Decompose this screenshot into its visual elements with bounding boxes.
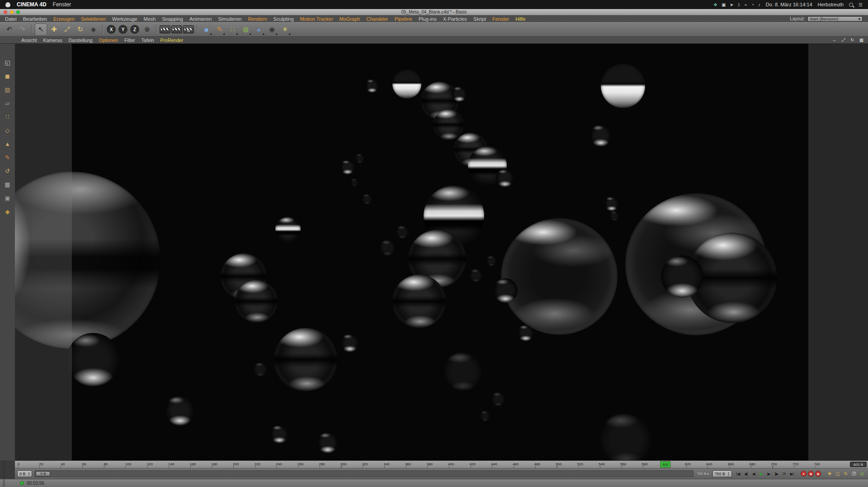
bluetooth-icon[interactable]: ᛒ (738, 2, 741, 7)
close-button[interactable] (4, 10, 7, 14)
menu-mesh[interactable]: Mesh (140, 16, 159, 22)
snapping-icon[interactable]: ◆ (3, 206, 13, 216)
snap-lock-icon[interactable]: ▣ (3, 193, 13, 203)
workplane-mode-icon[interactable]: ▱ (3, 98, 13, 108)
next-frame-button[interactable]: ▶ (765, 470, 773, 478)
render-view-button[interactable] (160, 25, 170, 33)
redo-icon[interactable]: ↷ (16, 23, 28, 36)
menu-werkzeuge[interactable]: Werkzeuge (109, 16, 140, 22)
live-selection-tool[interactable]: ↖ (35, 23, 47, 36)
time-machine-icon[interactable]: ◔ (751, 2, 754, 7)
notification-center-icon[interactable]: ☰ (859, 2, 863, 7)
menu-datei[interactable]: Datei (2, 16, 20, 22)
previous-key-button[interactable]: ◀| (742, 470, 750, 478)
record-keyframe-button[interactable]: ● (801, 471, 807, 477)
frame-start-field[interactable]: 0 B ▲▼ (17, 470, 32, 477)
pan-view-icon[interactable]: ⇔ (831, 37, 837, 43)
record-pla-toggle[interactable]: ◎ (859, 470, 866, 478)
menu-plugins[interactable]: Plug-ins (415, 16, 440, 22)
last-tool-used[interactable]: ◈ (87, 23, 99, 36)
autokey-button[interactable]: ◉ (808, 471, 814, 477)
menu-simulieren[interactable]: Simulieren (215, 16, 245, 22)
mograph-cloner-button[interactable]: ∷ (226, 23, 239, 36)
loop-mode-button[interactable]: ⟳ (780, 470, 788, 478)
frame-slider-handle[interactable]: 0 B (36, 471, 50, 476)
frame-slider-track[interactable]: 0 B (34, 470, 693, 477)
frame-end-field[interactable]: 750 B ▲▼ (712, 470, 732, 477)
menu-hilfe[interactable]: Hilfe (512, 16, 528, 22)
menubar-clock[interactable]: Do. 8. März 16:14:14 (766, 2, 812, 7)
edges-mode-icon[interactable]: ◇ (3, 125, 13, 135)
app-menu[interactable]: CINEMA 4D (17, 1, 47, 8)
vp-menu-ansicht[interactable]: Ansicht (18, 37, 40, 43)
battery-icon[interactable]: ⌁ (745, 2, 747, 7)
menu-skript[interactable]: Skript (470, 16, 489, 22)
record-parameter-toggle[interactable]: Ⓟ (850, 470, 858, 478)
rotate-tool[interactable]: ↻ (74, 23, 86, 36)
layout-dropdown[interactable]: Start (Benutzer) ▾ (807, 16, 863, 22)
menu-snapping[interactable]: Snapping (159, 16, 186, 22)
texture-axis-icon[interactable]: ▦ (3, 179, 13, 189)
viewport-canvas[interactable] (15, 44, 868, 460)
move-tool[interactable]: ✚ (48, 23, 60, 36)
rotate-view-icon[interactable]: ↻ (849, 37, 855, 43)
volume-icon[interactable]: ♪ (758, 2, 760, 7)
points-mode-icon[interactable]: ∷ (3, 112, 13, 122)
menu-animieren[interactable]: Animieren (186, 16, 215, 22)
vp-menu-kameras[interactable]: Kameras (40, 37, 65, 43)
menu-sculpting[interactable]: Sculpting (270, 16, 297, 22)
camera-object-button[interactable]: ◉ (266, 23, 278, 36)
goto-start-button[interactable]: |◀ (734, 470, 742, 478)
render-settings-button[interactable]: ⚙ (183, 25, 194, 33)
spline-pen-tool-button[interactable]: ✎ (213, 23, 226, 36)
zoom-view-icon[interactable]: ⤢ (840, 37, 846, 43)
model-mode-icon[interactable]: ◼ (3, 71, 13, 81)
coordinate-system-button[interactable]: ⊕ (141, 23, 153, 36)
toggle-views-icon[interactable]: ▦ (859, 37, 864, 43)
current-frame-marker[interactable]: 602 (660, 461, 670, 468)
menu-x-particles[interactable]: X-Particles (440, 16, 470, 22)
undo-icon[interactable]: ↶ (3, 23, 15, 36)
metaball-object-button[interactable]: ● (253, 23, 265, 36)
play-button[interactable]: ▶ (757, 470, 765, 478)
spotlight-icon[interactable] (849, 3, 853, 7)
window-menu[interactable]: Fenster (53, 1, 71, 8)
menu-erzeugen[interactable]: Erzeugen (50, 16, 78, 22)
tweak-mode-icon[interactable]: ✎ (3, 152, 13, 162)
vp-menu-darstellung[interactable]: Darstellung (65, 37, 95, 43)
record-rotation-toggle[interactable]: ↻ (842, 470, 849, 478)
display-icon[interactable]: ▣ (722, 2, 726, 7)
record-position-toggle[interactable]: ✚ (826, 470, 833, 478)
stepper-icon[interactable]: ▲▼ (28, 472, 30, 476)
menu-rendern[interactable]: Rendern (245, 16, 270, 22)
vp-menu-tafeln[interactable]: Tafeln (138, 37, 157, 43)
texture-mode-icon[interactable]: ▨ (3, 84, 13, 94)
make-editable-icon[interactable]: ◱ (3, 57, 13, 67)
scale-tool[interactable]: ⤢ (61, 23, 73, 36)
light-object-button[interactable]: ☀ (279, 23, 291, 36)
location-icon[interactable]: ➤ (730, 2, 733, 7)
menu-selektieren[interactable]: Selektieren (78, 16, 109, 22)
app-status-icon[interactable]: ❖ (713, 2, 717, 7)
record-scale-toggle[interactable]: ◻ (834, 470, 841, 478)
menu-fenster[interactable]: Fenster (489, 16, 512, 22)
goto-end-button[interactable]: ▶| (788, 470, 796, 478)
previous-frame-button[interactable]: ◀ (750, 470, 757, 478)
user-menu[interactable]: Herbstreuth (818, 2, 844, 7)
lock-z-axis-button[interactable]: Z (130, 25, 139, 34)
apple-menu-icon[interactable] (5, 2, 10, 7)
vp-menu-optionen[interactable]: Optionen (96, 37, 122, 43)
render-picture-viewer-button[interactable] (171, 25, 182, 33)
menu-pipeline[interactable]: Pipeline (392, 16, 415, 22)
stepper-icon[interactable]: ▲▼ (727, 472, 730, 476)
menu-motion-tracker[interactable]: Motion Tracker (297, 16, 336, 22)
lock-y-axis-button[interactable]: Y (118, 25, 127, 34)
menu-bearbeiten[interactable]: Bearbeiten (20, 16, 50, 22)
add-cube-object-button[interactable]: ■ (200, 23, 212, 36)
vp-menu-filter[interactable]: Filter (121, 37, 138, 43)
volume-builder-button[interactable]: ◍ (240, 23, 252, 36)
vp-menu-prorender[interactable]: ProRender (157, 37, 187, 43)
minimize-button[interactable] (10, 10, 14, 14)
next-key-button[interactable]: |▶ (773, 470, 780, 478)
lock-x-axis-button[interactable]: X (107, 25, 116, 34)
